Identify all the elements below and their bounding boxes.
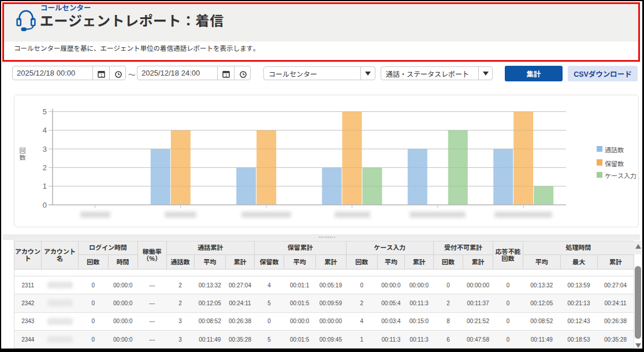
svg-text:1: 1 bbox=[100, 73, 103, 77]
svg-text:1: 1 bbox=[225, 73, 228, 77]
